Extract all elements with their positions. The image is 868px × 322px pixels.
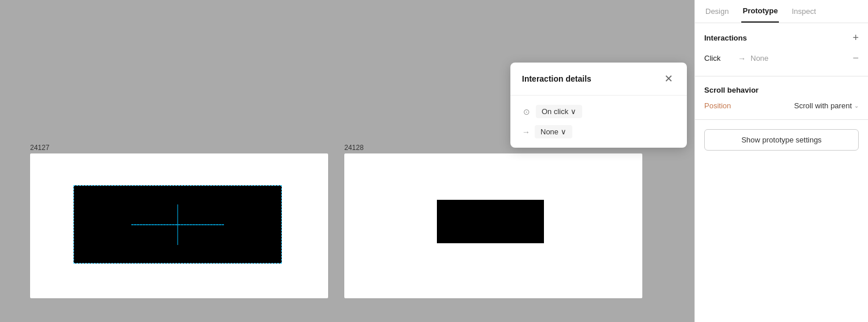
scroll-behavior-section: Scroll behavior Position Scroll with par…: [695, 76, 868, 120]
scroll-behavior-title: Scroll behavior: [704, 86, 859, 94]
action-arrow: →: [522, 127, 530, 137]
popup-close-button[interactable]: ✕: [661, 72, 675, 86]
interaction-trigger: Click: [704, 54, 733, 63]
frame-2[interactable]: [344, 153, 642, 298]
frame-1[interactable]: [30, 153, 328, 298]
action-row: → None ∨: [522, 125, 675, 138]
interaction-item: Click → None −: [704, 50, 859, 67]
trigger-label: On click: [542, 107, 568, 116]
trigger-chevron: ∨: [571, 107, 576, 116]
trigger-icon: ⊙: [522, 107, 531, 116]
selected-element[interactable]: [73, 185, 282, 264]
remove-interaction-button[interactable]: −: [852, 52, 859, 64]
frame-2-label: 24128: [344, 144, 363, 152]
interactions-section: Interactions + Click → None −: [695, 23, 868, 76]
frame-1-label: 24127: [30, 144, 49, 152]
popup-body: ⊙ On click ∨ → None ∨: [510, 96, 687, 148]
interactions-title: Interactions: [704, 34, 747, 42]
trigger-dropdown[interactable]: On click ∨: [536, 105, 582, 118]
show-prototype-settings-button[interactable]: Show prototype settings: [704, 129, 859, 151]
interaction-arrow: →: [738, 54, 746, 63]
action-chevron: ∨: [561, 127, 567, 136]
right-panel: Design Prototype Inspect Interactions + …: [694, 0, 868, 322]
crosshair-vertical: [178, 204, 178, 245]
position-chevron: ⌄: [854, 103, 859, 109]
frame-2-element: [437, 200, 544, 243]
add-interaction-button[interactable]: +: [852, 32, 859, 43]
tab-inspect[interactable]: Inspect: [790, 0, 817, 23]
canvas: 24127 24128 Interaction details ✕ ⊙ On c…: [0, 0, 694, 322]
popup-title: Interaction details: [522, 74, 591, 83]
panel-tabs: Design Prototype Inspect: [695, 0, 868, 23]
trigger-row: ⊙ On click ∨: [522, 105, 675, 118]
tab-prototype[interactable]: Prototype: [741, 0, 779, 23]
action-dropdown[interactable]: None ∨: [535, 125, 572, 138]
interaction-target: None: [751, 54, 848, 63]
interaction-details-popup: Interaction details ✕ ⊙ On click ∨ → Non…: [510, 63, 687, 148]
action-label: None: [540, 127, 558, 136]
position-label: Position: [704, 101, 731, 110]
tab-design[interactable]: Design: [704, 0, 730, 23]
interactions-header: Interactions +: [704, 32, 859, 43]
popup-header: Interaction details ✕: [510, 63, 687, 96]
scroll-row: Position Scroll with parent ⌄: [704, 101, 859, 110]
position-value: Scroll with parent: [794, 101, 852, 110]
position-value-dropdown[interactable]: Scroll with parent ⌄: [794, 101, 859, 110]
